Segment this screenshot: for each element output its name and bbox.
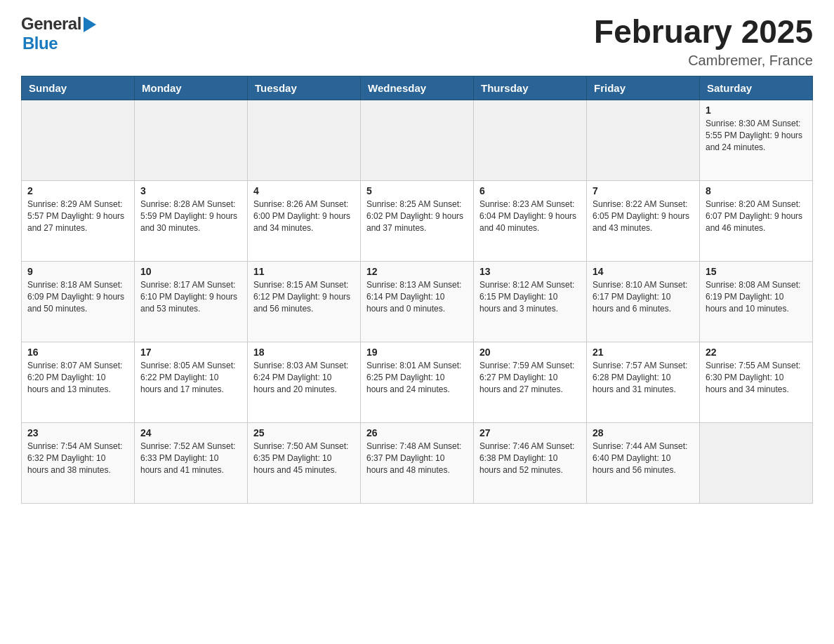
day-number: 18 (253, 347, 355, 358)
calendar-cell: 21Sunrise: 7:57 AM Sunset: 6:28 PM Dayli… (587, 342, 700, 422)
weekday-header-saturday: Saturday (700, 76, 813, 100)
day-number: 21 (593, 347, 694, 358)
location-text: Cambremer, France (594, 53, 813, 69)
logo: General Blue (21, 14, 96, 53)
day-info: Sunrise: 7:46 AM Sunset: 6:38 PM Dayligh… (479, 441, 581, 477)
day-number: 19 (366, 347, 468, 358)
calendar-cell: 13Sunrise: 8:12 AM Sunset: 6:15 PM Dayli… (474, 261, 587, 342)
day-info: Sunrise: 7:55 AM Sunset: 6:30 PM Dayligh… (706, 360, 807, 396)
day-number: 16 (27, 347, 128, 358)
calendar-cell (361, 100, 474, 180)
calendar-cell: 27Sunrise: 7:46 AM Sunset: 6:38 PM Dayli… (474, 422, 587, 503)
day-info: Sunrise: 8:03 AM Sunset: 6:24 PM Dayligh… (253, 360, 355, 396)
day-number: 2 (27, 185, 128, 196)
calendar-cell (474, 100, 587, 180)
day-number: 11 (253, 266, 355, 277)
day-number: 5 (366, 185, 468, 196)
calendar-cell: 6Sunrise: 8:23 AM Sunset: 6:04 PM Daylig… (474, 180, 587, 261)
calendar-cell: 22Sunrise: 7:55 AM Sunset: 6:30 PM Dayli… (700, 342, 813, 422)
svg-marker-0 (84, 17, 96, 32)
page-header: General Blue February 2025 Cambremer, Fr… (21, 14, 813, 69)
day-info: Sunrise: 7:50 AM Sunset: 6:35 PM Dayligh… (253, 441, 355, 477)
weekday-header-tuesday: Tuesday (248, 76, 361, 100)
month-title: February 2025 (594, 14, 813, 50)
day-number: 1 (706, 105, 807, 116)
weekday-header-monday: Monday (135, 76, 248, 100)
day-info: Sunrise: 7:52 AM Sunset: 6:33 PM Dayligh… (140, 441, 241, 477)
day-info: Sunrise: 8:30 AM Sunset: 5:55 PM Dayligh… (706, 118, 807, 154)
weekday-header-row: SundayMondayTuesdayWednesdayThursdayFrid… (22, 76, 813, 100)
day-number: 23 (27, 427, 128, 438)
calendar-cell: 24Sunrise: 7:52 AM Sunset: 6:33 PM Dayli… (135, 422, 248, 503)
day-number: 12 (366, 266, 468, 277)
calendar-cell: 11Sunrise: 8:15 AM Sunset: 6:12 PM Dayli… (248, 261, 361, 342)
day-info: Sunrise: 8:22 AM Sunset: 6:05 PM Dayligh… (593, 199, 694, 235)
day-number: 24 (140, 427, 241, 438)
day-info: Sunrise: 8:15 AM Sunset: 6:12 PM Dayligh… (253, 279, 355, 316)
day-number: 15 (706, 266, 807, 277)
day-info: Sunrise: 7:44 AM Sunset: 6:40 PM Dayligh… (593, 441, 694, 477)
day-info: Sunrise: 8:28 AM Sunset: 5:59 PM Dayligh… (140, 199, 241, 235)
day-info: Sunrise: 8:25 AM Sunset: 6:02 PM Dayligh… (366, 199, 468, 235)
calendar-cell: 3Sunrise: 8:28 AM Sunset: 5:59 PM Daylig… (135, 180, 248, 261)
day-number: 27 (479, 427, 581, 438)
logo-blue-text: Blue (22, 34, 58, 53)
day-info: Sunrise: 8:20 AM Sunset: 6:07 PM Dayligh… (706, 199, 807, 235)
calendar-cell: 8Sunrise: 8:20 AM Sunset: 6:07 PM Daylig… (700, 180, 813, 261)
weekday-header-wednesday: Wednesday (361, 76, 474, 100)
logo-general-text: General (21, 14, 81, 34)
day-number: 6 (479, 185, 581, 196)
day-info: Sunrise: 8:29 AM Sunset: 5:57 PM Dayligh… (27, 199, 128, 235)
day-number: 13 (479, 266, 581, 277)
day-info: Sunrise: 8:08 AM Sunset: 6:19 PM Dayligh… (706, 279, 807, 316)
day-info: Sunrise: 7:48 AM Sunset: 6:37 PM Dayligh… (366, 441, 468, 477)
day-number: 7 (593, 185, 694, 196)
calendar-cell: 20Sunrise: 7:59 AM Sunset: 6:27 PM Dayli… (474, 342, 587, 422)
calendar-cell (135, 100, 248, 180)
day-number: 22 (706, 347, 807, 358)
calendar-cell: 15Sunrise: 8:08 AM Sunset: 6:19 PM Dayli… (700, 261, 813, 342)
day-number: 14 (593, 266, 694, 277)
day-info: Sunrise: 8:05 AM Sunset: 6:22 PM Dayligh… (140, 360, 241, 396)
weekday-header-thursday: Thursday (474, 76, 587, 100)
day-info: Sunrise: 8:07 AM Sunset: 6:20 PM Dayligh… (27, 360, 128, 396)
calendar-cell: 1Sunrise: 8:30 AM Sunset: 5:55 PM Daylig… (700, 100, 813, 180)
calendar-cell (248, 100, 361, 180)
calendar-cell: 14Sunrise: 8:10 AM Sunset: 6:17 PM Dayli… (587, 261, 700, 342)
title-section: February 2025 Cambremer, France (594, 14, 813, 69)
calendar-week-row: 1Sunrise: 8:30 AM Sunset: 5:55 PM Daylig… (22, 100, 813, 180)
calendar-week-row: 23Sunrise: 7:54 AM Sunset: 6:32 PM Dayli… (22, 422, 813, 503)
day-number: 28 (593, 427, 694, 438)
day-number: 3 (140, 185, 241, 196)
calendar-cell: 26Sunrise: 7:48 AM Sunset: 6:37 PM Dayli… (361, 422, 474, 503)
calendar-cell: 19Sunrise: 8:01 AM Sunset: 6:25 PM Dayli… (361, 342, 474, 422)
day-info: Sunrise: 8:13 AM Sunset: 6:14 PM Dayligh… (366, 279, 468, 316)
calendar-cell: 10Sunrise: 8:17 AM Sunset: 6:10 PM Dayli… (135, 261, 248, 342)
day-number: 9 (27, 266, 128, 277)
calendar-cell: 4Sunrise: 8:26 AM Sunset: 6:00 PM Daylig… (248, 180, 361, 261)
calendar-cell: 12Sunrise: 8:13 AM Sunset: 6:14 PM Dayli… (361, 261, 474, 342)
weekday-header-friday: Friday (587, 76, 700, 100)
day-number: 8 (706, 185, 807, 196)
day-info: Sunrise: 8:10 AM Sunset: 6:17 PM Dayligh… (593, 279, 694, 316)
day-info: Sunrise: 8:12 AM Sunset: 6:15 PM Dayligh… (479, 279, 581, 316)
day-info: Sunrise: 7:57 AM Sunset: 6:28 PM Dayligh… (593, 360, 694, 396)
logo-triangle-icon (84, 17, 96, 32)
calendar-cell (700, 422, 813, 503)
calendar-cell: 28Sunrise: 7:44 AM Sunset: 6:40 PM Dayli… (587, 422, 700, 503)
calendar-cell: 17Sunrise: 8:05 AM Sunset: 6:22 PM Dayli… (135, 342, 248, 422)
day-info: Sunrise: 8:17 AM Sunset: 6:10 PM Dayligh… (140, 279, 241, 316)
calendar-cell: 25Sunrise: 7:50 AM Sunset: 6:35 PM Dayli… (248, 422, 361, 503)
calendar-cell: 18Sunrise: 8:03 AM Sunset: 6:24 PM Dayli… (248, 342, 361, 422)
calendar-cell: 2Sunrise: 8:29 AM Sunset: 5:57 PM Daylig… (22, 180, 135, 261)
calendar-cell: 23Sunrise: 7:54 AM Sunset: 6:32 PM Dayli… (22, 422, 135, 503)
day-info: Sunrise: 8:23 AM Sunset: 6:04 PM Dayligh… (479, 199, 581, 235)
day-number: 20 (479, 347, 581, 358)
day-info: Sunrise: 8:18 AM Sunset: 6:09 PM Dayligh… (27, 279, 128, 316)
day-number: 10 (140, 266, 241, 277)
day-number: 25 (253, 427, 355, 438)
day-number: 4 (253, 185, 355, 196)
calendar-cell: 9Sunrise: 8:18 AM Sunset: 6:09 PM Daylig… (22, 261, 135, 342)
calendar-week-row: 9Sunrise: 8:18 AM Sunset: 6:09 PM Daylig… (22, 261, 813, 342)
weekday-header-sunday: Sunday (22, 76, 135, 100)
